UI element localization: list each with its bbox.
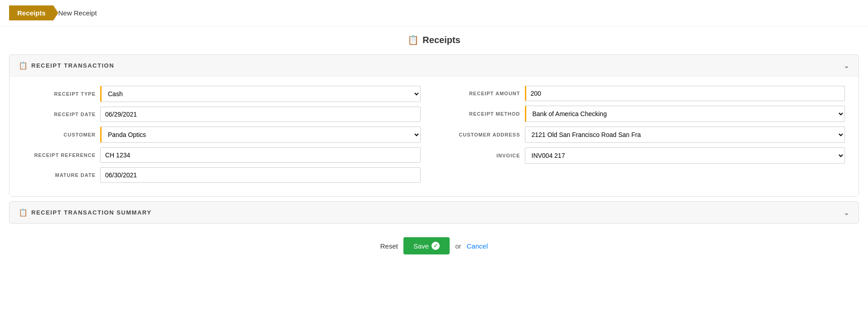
page-footer: Reset Save ✓ or Cancel [0,228,868,264]
form-right-col: RECEIPT AMOUNT RECEIPT METHOD Bank of Am… [448,86,845,183]
section-summary-chevron: ⌄ [844,208,849,217]
mature-date-input[interactable] [100,167,421,183]
receipt-method-row: RECEIPT METHOD Bank of America Checking … [448,106,845,122]
receipt-date-label: RECEIPT DATE [23,112,96,117]
form-grid: RECEIPT TYPE Cash Check Credit Card Bank… [23,86,845,183]
receipt-reference-input[interactable] [100,147,421,163]
section-transaction-header[interactable]: 📋 RECEIPT TRANSACTION ⌄ [10,55,858,76]
invoice-select[interactable]: INV004 217 [525,147,845,164]
receipt-icon: 📋 [407,34,419,45]
invoice-row: INVOICE INV004 217 [448,147,845,164]
mature-date-row: MATURE DATE [23,167,421,183]
receipt-type-label: RECEIPT TYPE [23,91,96,97]
receipt-method-label: RECEIPT METHOD [448,111,520,117]
breadcrumb: Receipts New Receipt [0,0,868,26]
section-receipt-transaction: 📋 RECEIPT TRANSACTION ⌄ RECEIPT TYPE Cas… [9,54,859,197]
breadcrumb-current: New Receipt [58,9,97,17]
reset-button[interactable]: Reset [380,242,398,250]
customer-label: CUSTOMER [23,132,96,137]
save-button[interactable]: Save ✓ [403,237,450,254]
mature-date-label: MATURE DATE [23,172,96,178]
section-summary-title: RECEIPT TRANSACTION SUMMARY [31,209,151,216]
breadcrumb-receipts[interactable]: Receipts [9,5,58,20]
section-summary-header[interactable]: 📋 RECEIPT TRANSACTION SUMMARY ⌄ [10,202,858,223]
section-transaction-title: RECEIPT TRANSACTION [31,62,114,69]
receipt-type-row: RECEIPT TYPE Cash Check Credit Card Bank… [23,86,421,102]
section-receipt-summary: 📋 RECEIPT TRANSACTION SUMMARY ⌄ [9,201,859,224]
section-transaction-chevron: ⌄ [844,61,849,70]
invoice-label: INVOICE [448,153,520,158]
customer-address-row: CUSTOMER ADDRESS 2121 Old San Francisco … [448,127,845,143]
receipt-amount-row: RECEIPT AMOUNT [448,86,845,101]
footer-or: or [455,242,461,250]
receipt-amount-input[interactable] [525,86,845,101]
section-header-left: 📋 RECEIPT TRANSACTION [19,61,114,70]
receipt-date-input[interactable] [100,107,421,122]
page-header: 📋 Receipts [0,26,868,50]
section-summary-icon: 📋 [19,208,28,217]
save-label: Save [413,242,429,250]
receipt-reference-label: RECEIPT REFERENCE [23,152,96,158]
save-check-icon: ✓ [432,242,440,250]
receipt-date-row: RECEIPT DATE [23,107,421,122]
section-summary-header-left: 📋 RECEIPT TRANSACTION SUMMARY [19,208,151,217]
customer-address-select[interactable]: 2121 Old San Francisco Road San Fra [525,127,845,143]
form-left-col: RECEIPT TYPE Cash Check Credit Card Bank… [23,86,421,183]
receipt-type-select[interactable]: Cash Check Credit Card Bank Transfer [100,86,421,102]
customer-address-label: CUSTOMER ADDRESS [448,132,520,137]
cancel-button[interactable]: Cancel [467,242,488,250]
page-title: Receipts [422,35,460,45]
receipt-amount-label: RECEIPT AMOUNT [448,91,520,96]
section-transaction-icon: 📋 [19,61,28,70]
receipt-reference-row: RECEIPT REFERENCE [23,147,421,163]
customer-select[interactable]: Panda Optics Other Customer [100,127,421,143]
receipt-method-select[interactable]: Bank of America Checking Cash Check [525,106,845,122]
customer-row: CUSTOMER Panda Optics Other Customer [23,127,421,143]
section-transaction-body: RECEIPT TYPE Cash Check Credit Card Bank… [10,76,858,196]
